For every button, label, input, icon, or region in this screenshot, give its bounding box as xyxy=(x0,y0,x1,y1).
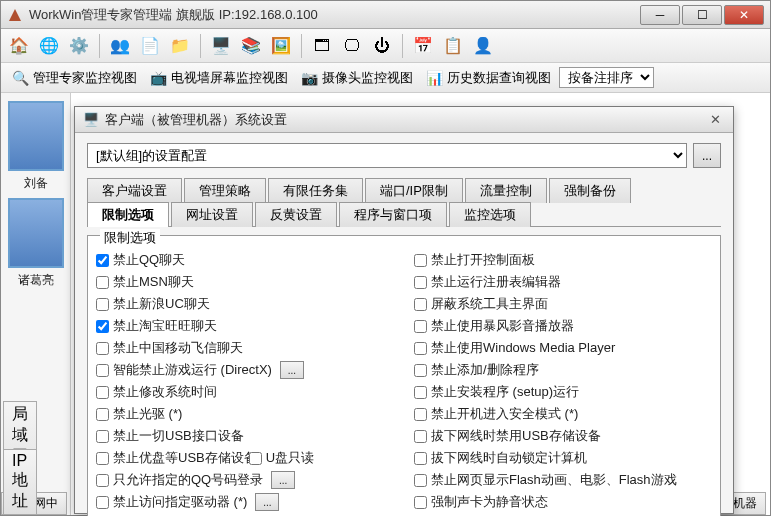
check-禁止使用Windows Media Player[interactable]: 禁止使用Windows Media Player xyxy=(414,339,712,357)
check-禁止光驱 (*)[interactable]: 禁止光驱 (*) xyxy=(96,405,394,423)
right-column: 禁止打开控制面板禁止运行注册表编辑器屏蔽系统工具主界面禁止使用暴风影音播放器禁止… xyxy=(414,251,712,511)
view-label: 管理专家监控视图 xyxy=(33,69,137,87)
dialog-close-button[interactable]: ✕ xyxy=(705,111,725,129)
extra-check[interactable]: U盘只读 xyxy=(249,449,314,467)
check-禁止运行注册表编辑器[interactable]: 禁止运行注册表编辑器 xyxy=(414,273,712,291)
checkbox[interactable] xyxy=(96,276,109,289)
tab-强制备份[interactable]: 强制备份 xyxy=(549,178,631,203)
checkbox[interactable] xyxy=(96,364,109,377)
check-禁止一切USB接口设备[interactable]: 禁止一切USB接口设备 xyxy=(96,427,394,445)
check-禁止新浪UC聊天[interactable]: 禁止新浪UC聊天 xyxy=(96,295,394,313)
checkbox[interactable] xyxy=(96,430,109,443)
check-label: 禁止使用暴风影音播放器 xyxy=(431,317,574,335)
check-禁止中国移动飞信聊天[interactable]: 禁止中国移动飞信聊天 xyxy=(96,339,394,357)
calendar-icon[interactable]: 📅 xyxy=(411,34,435,58)
separator xyxy=(200,34,201,58)
check-禁止打开控制面板[interactable]: 禁止打开控制面板 xyxy=(414,251,712,269)
check-拔下网线时禁用USB存储设备[interactable]: 拔下网线时禁用USB存储设备 xyxy=(414,427,712,445)
folder-icon[interactable]: 📁 xyxy=(168,34,192,58)
image-icon[interactable]: 🖼️ xyxy=(269,34,293,58)
checkbox[interactable] xyxy=(249,452,262,465)
maximize-button[interactable]: ☐ xyxy=(682,5,722,25)
checkbox[interactable] xyxy=(96,408,109,421)
checkbox[interactable] xyxy=(96,474,109,487)
check-禁止安装程序 (setup)运行[interactable]: 禁止安装程序 (setup)运行 xyxy=(414,383,712,401)
tab-客户端设置[interactable]: 客户端设置 xyxy=(87,178,182,203)
check-强制声卡为静音状态[interactable]: 强制声卡为静音状态 xyxy=(414,493,712,511)
checkbox[interactable] xyxy=(414,496,427,509)
power-icon[interactable]: ⏻ xyxy=(370,34,394,58)
check-屏蔽系统工具主界面[interactable]: 屏蔽系统工具主界面 xyxy=(414,295,712,313)
tab-监控选项[interactable]: 监控选项 xyxy=(449,202,531,227)
more-button[interactable]: ... xyxy=(255,493,279,511)
check-禁止添加/删除程序[interactable]: 禁止添加/删除程序 xyxy=(414,361,712,379)
check-拔下网线时自动锁定计算机[interactable]: 拔下网线时自动锁定计算机 xyxy=(414,449,712,467)
sort-select[interactable]: 按备注排序 xyxy=(559,67,654,88)
tab-端口/IP限制[interactable]: 端口/IP限制 xyxy=(365,178,463,203)
monitor-icon[interactable]: 🖥️ xyxy=(209,34,233,58)
check-禁止淘宝旺旺聊天[interactable]: 禁止淘宝旺旺聊天 xyxy=(96,317,394,335)
check-label: 只允许指定的QQ号码登录 xyxy=(113,471,263,489)
tab-程序与窗口项[interactable]: 程序与窗口项 xyxy=(339,202,447,227)
check-禁止优盘等USB存储设备[interactable]: 禁止优盘等USB存储设备U盘只读 xyxy=(96,449,394,467)
checkbox[interactable] xyxy=(96,320,109,333)
tab-反黄设置[interactable]: 反黄设置 xyxy=(255,202,337,227)
tab-管理策略[interactable]: 管理策略 xyxy=(184,178,266,203)
dialog-icon: 🖥️ xyxy=(83,112,99,128)
view-tvwall[interactable]: 📺 电视墙屏幕监控视图 xyxy=(145,67,292,89)
check-禁止开机进入安全模式 (*)[interactable]: 禁止开机进入安全模式 (*) xyxy=(414,405,712,423)
view-camera[interactable]: 📷 摄像头监控视图 xyxy=(296,67,417,89)
check-禁止MSN聊天[interactable]: 禁止MSN聊天 xyxy=(96,273,394,291)
gear-icon[interactable]: ⚙️ xyxy=(67,34,91,58)
tab-网址设置[interactable]: 网址设置 xyxy=(171,202,253,227)
display-icon[interactable]: 🖵 xyxy=(340,34,364,58)
client-thumb[interactable] xyxy=(8,198,64,268)
close-button[interactable]: ✕ xyxy=(724,5,764,25)
checkbox[interactable] xyxy=(414,408,427,421)
doc-icon[interactable]: 📄 xyxy=(138,34,162,58)
check-禁止修改系统时间[interactable]: 禁止修改系统时间 xyxy=(96,383,394,401)
checkbox[interactable] xyxy=(414,430,427,443)
checkbox[interactable] xyxy=(414,342,427,355)
windows-icon[interactable]: 🗔 xyxy=(310,34,334,58)
check-只允许指定的QQ号码登录[interactable]: 只允许指定的QQ号码登录... xyxy=(96,471,394,489)
config-select[interactable]: [默认组]的设置配置 xyxy=(87,143,687,168)
checkbox[interactable] xyxy=(96,496,109,509)
books-icon[interactable]: 📚 xyxy=(239,34,263,58)
check-禁止使用暴风影音播放器[interactable]: 禁止使用暴风影音播放器 xyxy=(414,317,712,335)
view-history[interactable]: 📊 历史数据查询视图 xyxy=(421,67,555,89)
tab-限制选项[interactable]: 限制选项 xyxy=(87,202,169,227)
bottom-tab-ip[interactable]: IP地址 xyxy=(3,449,37,515)
list-icon[interactable]: 📋 xyxy=(441,34,465,58)
checkbox[interactable] xyxy=(96,254,109,267)
checkbox[interactable] xyxy=(96,342,109,355)
checkbox[interactable] xyxy=(414,298,427,311)
home-icon[interactable]: 🏠 xyxy=(7,34,31,58)
checkbox[interactable] xyxy=(414,276,427,289)
checkbox[interactable] xyxy=(96,386,109,399)
view-monitor[interactable]: 🔍 管理专家监控视图 xyxy=(7,67,141,89)
client-thumb[interactable] xyxy=(8,101,64,171)
checkbox[interactable] xyxy=(414,364,427,377)
more-button[interactable]: ... xyxy=(271,471,295,489)
tab-有限任务集[interactable]: 有限任务集 xyxy=(268,178,363,203)
config-browse-button[interactable]: ... xyxy=(693,143,721,168)
checkbox[interactable] xyxy=(414,474,427,487)
check-禁止QQ聊天[interactable]: 禁止QQ聊天 xyxy=(96,251,394,269)
checkbox[interactable] xyxy=(414,386,427,399)
more-button[interactable]: ... xyxy=(280,361,304,379)
check-智能禁止游戏运行 (DirectX)[interactable]: 智能禁止游戏运行 (DirectX)... xyxy=(96,361,394,379)
check-label: 禁止一切USB接口设备 xyxy=(113,427,244,445)
check-禁止网页显示Flash动画、电影、Flash游戏[interactable]: 禁止网页显示Flash动画、电影、Flash游戏 xyxy=(414,471,712,489)
checkbox[interactable] xyxy=(414,452,427,465)
checkbox[interactable] xyxy=(414,320,427,333)
checkbox[interactable] xyxy=(414,254,427,267)
user-icon[interactable]: 👤 xyxy=(471,34,495,58)
minimize-button[interactable]: ─ xyxy=(640,5,680,25)
checkbox[interactable] xyxy=(96,452,109,465)
checkbox[interactable] xyxy=(96,298,109,311)
globe-icon[interactable]: 🌐 xyxy=(37,34,61,58)
tab-流量控制[interactable]: 流量控制 xyxy=(465,178,547,203)
check-禁止访问指定驱动器 (*)[interactable]: 禁止访问指定驱动器 (*)... xyxy=(96,493,394,511)
users-icon[interactable]: 👥 xyxy=(108,34,132,58)
